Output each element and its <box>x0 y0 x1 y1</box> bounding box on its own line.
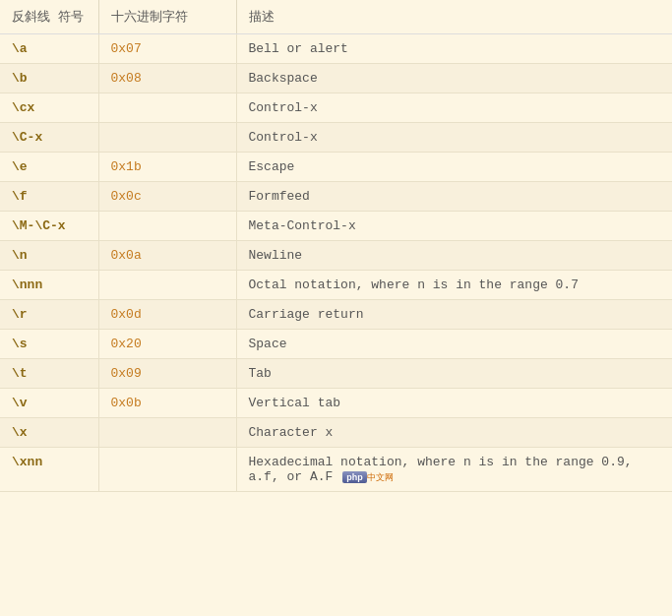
table-row: \r0x0dCarriage return <box>0 300 672 330</box>
hex-value-cell <box>98 418 236 448</box>
escape-sequence-cell: \r <box>0 300 98 330</box>
table-row: \s0x20Space <box>0 330 672 359</box>
hex-value-cell: 0x08 <box>98 64 236 93</box>
hex-value-cell: 0x09 <box>98 359 236 389</box>
table-row: \cxControl-x <box>0 93 672 123</box>
description-cell: Hexadecimal notation, where n is in the … <box>236 448 672 492</box>
table-row: \C-xControl-x <box>0 123 672 153</box>
escape-sequence-cell: \M-\C-x <box>0 212 98 241</box>
escape-sequence-cell: \b <box>0 64 98 93</box>
escape-sequence-cell: \s <box>0 330 98 359</box>
description-cell: Space <box>236 330 672 359</box>
col-header-escape: 反斜线 符号 <box>0 0 98 34</box>
table-row: \v0x0bVertical tab <box>0 389 672 418</box>
hex-value-cell: 0x0b <box>98 389 236 418</box>
table-header-row: 反斜线 符号 十六进制字符 描述 <box>0 0 672 34</box>
description-cell: Escape <box>236 153 672 182</box>
table-row: \nnnOctal notation, where n is in the ra… <box>0 271 672 300</box>
escape-sequence-cell: \C-x <box>0 123 98 153</box>
description-cell: Meta-Control-x <box>236 212 672 241</box>
hex-value-cell: 0x0a <box>98 241 236 271</box>
description-cell: Vertical tab <box>236 389 672 418</box>
escape-sequence-cell: \a <box>0 34 98 64</box>
hex-value-cell <box>98 448 236 492</box>
escape-sequences-table: 反斜线 符号 十六进制字符 描述 \a0x07Bell or alert\b0x… <box>0 0 672 492</box>
table-row: \xnnHexadecimal notation, where n is in … <box>0 448 672 492</box>
hex-value-cell: 0x07 <box>98 34 236 64</box>
escape-sequence-cell: \x <box>0 418 98 448</box>
description-cell: Control-x <box>236 93 672 123</box>
escape-sequence-cell: \nnn <box>0 271 98 300</box>
description-cell: Formfeed <box>236 182 672 212</box>
hex-value-cell: 0x20 <box>98 330 236 359</box>
description-cell: Newline <box>236 241 672 271</box>
hex-value-cell: 0x0c <box>98 182 236 212</box>
hex-value-cell: 0x0d <box>98 300 236 330</box>
description-cell: Control-x <box>236 123 672 153</box>
table-row: \t0x09Tab <box>0 359 672 389</box>
description-cell: Character x <box>236 418 672 448</box>
table-row: \a0x07Bell or alert <box>0 34 672 64</box>
hex-value-cell <box>98 212 236 241</box>
description-cell: Carriage return <box>236 300 672 330</box>
hex-value-cell <box>98 93 236 123</box>
col-header-desc: 描述 <box>236 0 672 34</box>
escape-sequence-cell: \n <box>0 241 98 271</box>
col-header-hex: 十六进制字符 <box>98 0 236 34</box>
table-row: \b0x08Backspace <box>0 64 672 93</box>
table-row: \e0x1bEscape <box>0 153 672 182</box>
description-cell: Tab <box>236 359 672 389</box>
escape-sequence-cell: \f <box>0 182 98 212</box>
hex-value-cell <box>98 123 236 153</box>
hex-value-cell: 0x1b <box>98 153 236 182</box>
escape-sequence-cell: \xnn <box>0 448 98 492</box>
escape-sequence-cell: \e <box>0 153 98 182</box>
escape-sequence-cell: \v <box>0 389 98 418</box>
php-watermark-badge: php中文网 <box>340 472 394 483</box>
table-row: \n0x0aNewline <box>0 241 672 271</box>
table-row: \M-\C-xMeta-Control-x <box>0 212 672 241</box>
escape-sequence-cell: \cx <box>0 93 98 123</box>
description-cell: Bell or alert <box>236 34 672 64</box>
description-cell: Octal notation, where n is in the range … <box>236 271 672 300</box>
description-cell: Backspace <box>236 64 672 93</box>
main-container: 反斜线 符号 十六进制字符 描述 \a0x07Bell or alert\b0x… <box>0 0 672 492</box>
escape-sequence-cell: \t <box>0 359 98 389</box>
table-row: \f0x0cFormfeed <box>0 182 672 212</box>
table-row: \xCharacter x <box>0 418 672 448</box>
hex-value-cell <box>98 271 236 300</box>
